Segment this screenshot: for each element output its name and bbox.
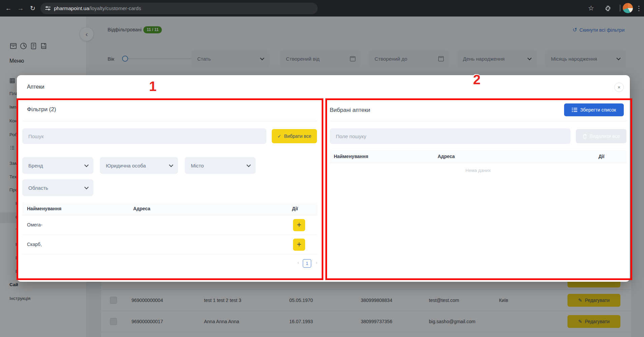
col-actions: Дії [292,206,298,211]
chevron-down-icon [246,163,251,167]
reload-icon[interactable]: ↻ [27,0,38,17]
col-actions: Дії [598,154,605,159]
trash-icon [583,134,587,139]
pagination-next-icon[interactable]: › [316,259,317,265]
pharmacy-row: Скарб, + [22,235,317,254]
chevron-down-icon [169,163,173,167]
check-icon: ✓ [277,133,282,139]
delete-all-label: Видалити все [590,133,620,139]
table-header: Найменування Адреса Дії [22,203,317,215]
pharmacy-name: Скарб, [27,242,42,247]
selected-search-input[interactable] [330,128,570,144]
filters-pharmacy-table: Найменування Адреса Дії Омега- + Скарб, … [22,203,317,254]
pagination-page-1[interactable]: 1 [303,259,311,268]
col-name: Найменування [27,206,61,211]
delete-all-button[interactable]: Видалити все [576,129,626,143]
divider [22,121,317,121]
pharmacy-name: Омега- [27,222,42,227]
select-all-button[interactable]: ✓ Вибрати все [272,129,317,143]
plus-icon: + [297,240,301,249]
region-select[interactable]: Область [22,179,93,196]
chrome-menu-icon[interactable]: ⋮ [633,0,644,17]
chevron-down-icon [84,163,89,167]
selected-panel-title: Вибрані аптеки [330,107,370,114]
select-all-label: Вибрати все [284,133,312,139]
region-label: Область [28,185,48,191]
col-address: Адреса [438,154,455,159]
extensions-icon[interactable] [602,0,614,17]
pharmacy-search-input[interactable] [22,128,266,144]
brand-label: Бренд [28,163,43,168]
annotation-box-2 [325,98,632,280]
forward-icon[interactable]: → [15,0,26,17]
col-name: Найменування [334,154,368,159]
url-path: /loyalty/customer-cards [89,5,141,11]
save-list-button[interactable]: Зберегти список [564,103,624,116]
city-label: Місто [191,163,204,168]
empty-state-text: Нема даних [330,168,626,173]
bullet-list-icon [572,108,577,112]
city-select[interactable]: Місто [185,157,256,174]
selected-pharmacy-table: Найменування Адреса Дії Нема даних [330,150,626,163]
back-icon[interactable]: ← [3,0,14,17]
screen: ← → ↻ pharmapoint.ua/loyalty/customer-ca… [0,0,644,337]
toolbar-separator [620,5,620,11]
chevron-down-icon [84,185,89,189]
brand-select[interactable]: Бренд [22,157,93,174]
modal-close-button[interactable]: × [614,83,624,92]
profile-avatar[interactable] [623,3,633,13]
pagination-prev-icon[interactable]: ‹ [297,259,299,265]
add-pharmacy-button[interactable]: + [293,239,305,251]
close-icon: × [618,84,621,90]
site-info-icon[interactable] [45,6,51,11]
address-bar[interactable]: pharmapoint.ua/loyalty/customer-cards [40,3,318,14]
add-pharmacy-button[interactable]: + [293,219,305,231]
filters-panel-title: Фільтри (2) [27,106,56,113]
plus-icon: + [297,220,301,229]
bookmark-star-icon[interactable]: ☆ [585,0,597,17]
pharmacies-modal: Аптеки × Фільтри (2) ✓ Вибрати все Бренд… [17,75,630,282]
legal-entity-label: Юридична особа [106,163,146,168]
url-text[interactable]: pharmapoint.ua/loyalty/customer-cards [54,3,141,14]
pharmacy-row: Омега- + [22,215,317,235]
divider [330,121,626,121]
url-domain: pharmapoint.ua [54,5,89,11]
modal-title: Аптеки [27,84,44,90]
browser-chrome: ← → ↻ pharmapoint.ua/loyalty/customer-ca… [0,0,644,17]
legal-entity-select[interactable]: Юридична особа [100,157,178,174]
save-list-label: Зберегти список [580,107,616,113]
table-header: Найменування Адреса Дії [330,150,626,163]
col-address: Адреса [133,206,150,211]
